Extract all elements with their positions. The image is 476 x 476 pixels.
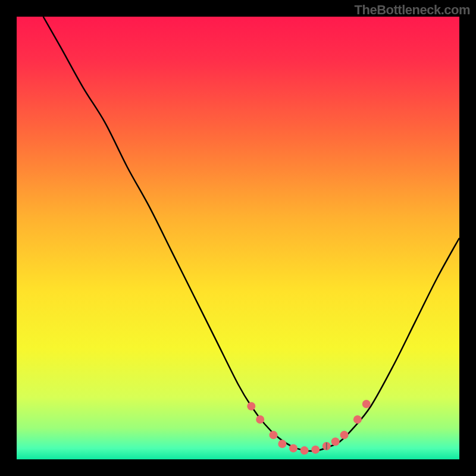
chart-container: TheBottleneck.com (0, 0, 476, 476)
data-marker (340, 431, 349, 439)
axis-tick (326, 443, 327, 450)
data-marker (300, 446, 309, 455)
curve-layer (17, 17, 459, 459)
watermark-text: TheBottleneck.com (355, 2, 470, 18)
data-marker (256, 415, 264, 424)
data-marker (353, 415, 362, 424)
marker-group (247, 400, 370, 455)
data-marker (278, 440, 286, 448)
bottleneck-curve (43, 17, 459, 451)
data-marker (362, 400, 371, 408)
data-marker (247, 402, 255, 411)
data-marker (311, 446, 320, 454)
data-marker (270, 431, 278, 439)
plot-area (17, 17, 459, 459)
data-marker (289, 444, 298, 452)
data-marker (331, 437, 340, 446)
